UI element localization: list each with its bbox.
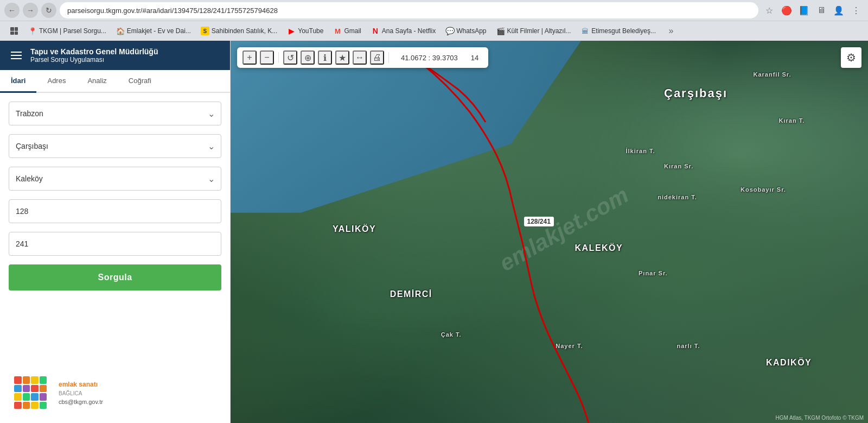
sahibinden-icon: S	[201, 27, 209, 35]
kult-icon: 🎬	[496, 27, 505, 35]
map-settings-button[interactable]: ⚙	[841, 47, 861, 68]
profile-button[interactable]: 👤	[831, 3, 846, 18]
hamburger-line	[11, 58, 22, 59]
bookmark-netflix[interactable]: N Ana Sayfa - Netflix	[367, 24, 440, 37]
map-label-carsibasi: Çarşıbaşı	[664, 86, 727, 100]
netflix-icon: N	[371, 27, 380, 35]
parsel-input[interactable]	[9, 232, 221, 256]
bookmark-kult[interactable]: 🎬 Kült Filmler | Altyazıl...	[492, 24, 576, 37]
info-button[interactable]: ℹ	[318, 50, 332, 65]
map-label-kiran-sr: Kıran Sr.	[664, 163, 693, 169]
map-label-kaleköy: KALEKÖY	[575, 243, 623, 253]
tab-cografi[interactable]: Coğrafi	[118, 70, 162, 93]
apps-icon	[10, 27, 18, 35]
tab-analiz[interactable]: Analiz	[76, 70, 117, 93]
favorite-button[interactable]: ★	[335, 50, 349, 65]
neighborhood-select[interactable]: Kaleköy	[9, 167, 221, 191]
bookmark-gmail-label: Gmail	[344, 27, 361, 35]
hamburger-menu[interactable]	[9, 49, 24, 61]
measure-button[interactable]: ↔	[353, 50, 367, 65]
print-button[interactable]: 🖨	[370, 50, 384, 65]
app-title-sub: Parsel Sorgu Uygulaması	[30, 56, 158, 64]
neighborhood-select-wrapper: Kaleköy ⌄	[9, 167, 221, 191]
province-select-wrapper: Trabzon ⌄	[9, 102, 221, 125]
bookmark-etimesgut[interactable]: 🏛 Etimesgut Belediyeş...	[576, 24, 660, 37]
tab-adres[interactable]: Adres	[36, 70, 76, 93]
more-bookmarks-button[interactable]: »	[663, 23, 679, 39]
extension-button[interactable]: 🔴	[779, 3, 794, 18]
sub-brand-label: BAĞLICA	[59, 390, 103, 396]
bookmark-whatsapp-label: WhatsApp	[456, 27, 486, 35]
map-label-pinar: Pınar Sr.	[639, 270, 668, 276]
bookmark-tkgm-label: TKGM | Parsel Sorgu...	[39, 27, 106, 35]
bookmark-tkgm[interactable]: 📍 TKGM | Parsel Sorgu...	[24, 24, 111, 37]
footer-text: emlak sanatı BAĞLICA cbs@tkgm.gov.tr	[59, 381, 103, 405]
zoom-out-button[interactable]: −	[260, 50, 274, 65]
extension-button-2[interactable]: 📘	[796, 3, 812, 18]
map-label-demirci: DEMİRCİ	[390, 289, 432, 299]
zoom-in-button[interactable]: +	[242, 50, 257, 65]
emlakjet-icon: 🏠	[116, 27, 125, 35]
bookmark-apps[interactable]	[5, 24, 23, 37]
etimesgut-icon: 🏛	[580, 27, 589, 35]
youtube-icon: ▶	[287, 27, 296, 35]
tabs-bar: İdari Adres Analiz Coğrafi	[0, 70, 230, 93]
toolbar-divider-1	[278, 52, 279, 63]
district-select[interactable]: Çarşıbaşı	[9, 134, 221, 158]
tkgm-icon: 📍	[28, 27, 37, 35]
toolbar-divider-2	[388, 52, 389, 63]
sidebar-footer: emlak sanatı BAĞLICA cbs@tkgm.gov.tr	[0, 362, 230, 423]
sidebar: Tapu ve Kadastro Genel Müdürlüğü Parsel …	[0, 41, 231, 423]
tab-idari[interactable]: İdari	[0, 70, 36, 93]
refresh-button[interactable]: ↺	[283, 50, 297, 65]
app-title-main: Tapu ve Kadastro Genel Müdürlüğü	[30, 47, 158, 56]
watermark: emlakjet.com	[495, 182, 633, 277]
brand-label: emlak sanatı	[59, 381, 103, 388]
sorgula-button[interactable]: Sorgula	[9, 264, 221, 291]
bookmark-youtube-label: YouTube	[298, 27, 323, 35]
emlak-sanat-logo	[9, 371, 52, 414]
browser-chrome: ← → ↻ parseisorgu.tkgm.gov.tr/#ara/idari…	[0, 0, 868, 41]
map-toolbar: + − ↺ ⊕ ℹ ★ ↔ 🖨 41.0672 : 39.3703 14	[237, 47, 488, 68]
bookmark-sahibinden[interactable]: S Sahibinden Satılık, K...	[196, 24, 282, 37]
bookmark-emlakjet[interactable]: 🏠 Emlakjet - Ev ve Dai...	[112, 24, 195, 37]
address-bar[interactable]: parseisorgu.tkgm.gov.tr/#ara/idari/13947…	[60, 2, 758, 18]
bookmark-youtube[interactable]: ▶ YouTube	[283, 24, 328, 37]
map-label-kosobayir: Kosobayır Sr.	[741, 186, 786, 193]
map-container[interactable]: emlakjet.com Çarşıbaşı Karanfil Sr. Kıra…	[231, 41, 868, 423]
bookmark-kult-label: Kült Filmler | Altyazıl...	[507, 27, 571, 35]
cast-button[interactable]: 🖥	[814, 3, 829, 18]
bookmark-emlakjet-label: Emlakjet - Ev ve Dai...	[127, 27, 191, 35]
bookmark-netflix-label: Ana Sayfa - Netflix	[382, 27, 436, 35]
menu-button[interactable]: ⋮	[848, 3, 864, 18]
reload-button[interactable]: ↻	[41, 3, 56, 18]
app-header-title: Tapu ve Kadastro Genel Müdürlüğü Parsel …	[30, 47, 158, 64]
map-label-yalikoy: YALIKÖY	[333, 224, 376, 234]
map-label-kiran-t: Kıran T.	[779, 117, 805, 124]
province-select[interactable]: Trabzon	[9, 102, 221, 125]
whatsapp-icon: 💬	[445, 27, 454, 35]
bookmark-sahibinden-label: Sahibinden Satılık, K...	[212, 27, 277, 35]
parcel-label: 128/241	[524, 217, 554, 226]
browser-toolbar: ← → ↻ parseisorgu.tkgm.gov.tr/#ara/idari…	[0, 0, 868, 21]
app-container: Tapu ve Kadastro Genel Müdürlüğü Parsel …	[0, 41, 868, 423]
bookmark-gmail[interactable]: M Gmail	[329, 24, 365, 37]
locate-button[interactable]: ⊕	[301, 50, 315, 65]
email-label: cbs@tkgm.gov.tr	[59, 399, 103, 405]
hamburger-line	[11, 55, 22, 56]
query-form: Trabzon ⌄ Çarşıbaşı ⌄ Kaleköy ⌄ Sorgula	[0, 93, 230, 362]
bookmark-whatsapp[interactable]: 💬 WhatsApp	[441, 24, 490, 37]
forward-button[interactable]: →	[23, 3, 38, 18]
map-label-karanfil: Karanfil Sr.	[754, 71, 792, 78]
map-zoom-level: 14	[467, 52, 483, 64]
browser-action-buttons: ☆ 🔴 📘 🖥 👤 ⋮	[762, 3, 864, 18]
bookmark-star-button[interactable]: ☆	[762, 3, 777, 18]
app-header: Tapu ve Kadastro Genel Müdürlüğü Parsel …	[0, 41, 230, 70]
map-label-ilkiran: İlkiran T.	[626, 148, 655, 154]
back-button[interactable]: ←	[4, 3, 20, 18]
address-text: parseisorgu.tkgm.gov.tr/#ara/idari/13947…	[67, 7, 278, 15]
bookmarks-bar: 📍 TKGM | Parsel Sorgu... 🏠 Emlakjet - Ev…	[0, 21, 868, 41]
ada-input[interactable]	[9, 199, 221, 223]
gmail-icon: M	[333, 27, 342, 35]
district-select-wrapper: Çarşıbaşı ⌄	[9, 134, 221, 158]
